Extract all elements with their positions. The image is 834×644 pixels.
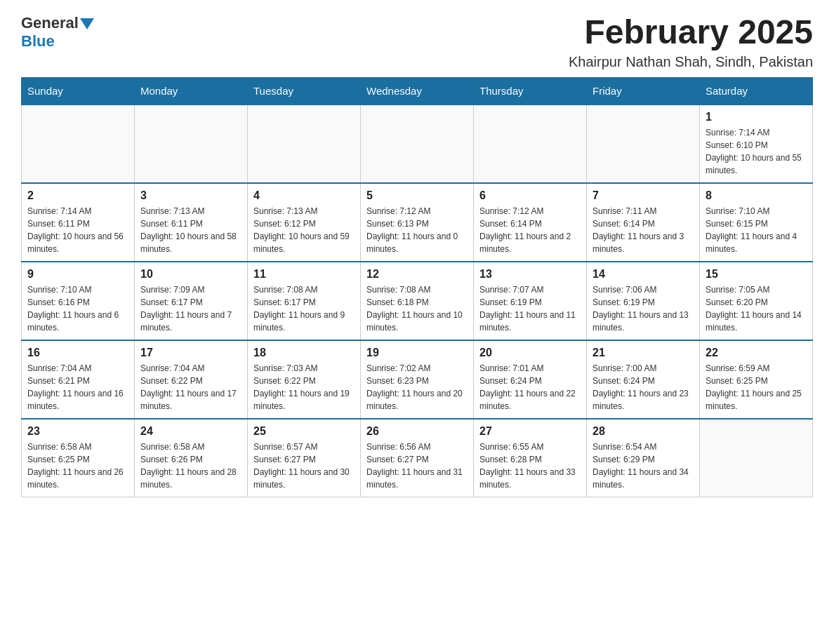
day-number: 17 bbox=[140, 347, 241, 359]
day-info: Sunrise: 6:55 AMSunset: 6:28 PMDaylight:… bbox=[479, 441, 581, 491]
calendar-cell: 18 Sunrise: 7:03 AMSunset: 6:22 PMDaylig… bbox=[248, 340, 361, 419]
calendar-cell: 6 Sunrise: 7:12 AMSunset: 6:14 PMDayligh… bbox=[474, 183, 587, 262]
calendar-cell: 25 Sunrise: 6:57 AMSunset: 6:27 PMDaylig… bbox=[248, 419, 361, 497]
calendar-cell bbox=[248, 105, 361, 183]
day-number: 4 bbox=[253, 189, 355, 202]
calendar-cell bbox=[135, 105, 248, 183]
weekday-header-thursday: Thursday bbox=[474, 77, 587, 105]
weekday-header-row: SundayMondayTuesdayWednesdayThursdayFrid… bbox=[22, 77, 813, 105]
day-info: Sunrise: 6:59 AMSunset: 6:25 PMDaylight:… bbox=[706, 362, 807, 412]
calendar-cell: 13 Sunrise: 7:07 AMSunset: 6:19 PMDaylig… bbox=[474, 262, 587, 340]
day-info: Sunrise: 7:14 AMSunset: 6:11 PMDaylight:… bbox=[27, 205, 128, 255]
day-info: Sunrise: 7:05 AMSunset: 6:20 PMDaylight:… bbox=[706, 283, 807, 334]
calendar-cell bbox=[361, 105, 474, 183]
day-info: Sunrise: 6:54 AMSunset: 6:29 PMDaylight:… bbox=[593, 441, 694, 491]
day-info: Sunrise: 7:01 AMSunset: 6:24 PMDaylight:… bbox=[479, 362, 581, 412]
calendar-week-row: 9 Sunrise: 7:10 AMSunset: 6:16 PMDayligh… bbox=[22, 262, 813, 340]
month-title: February 2025 bbox=[569, 14, 813, 51]
day-number: 10 bbox=[140, 268, 241, 281]
weekday-header-saturday: Saturday bbox=[700, 77, 813, 105]
calendar-cell bbox=[474, 105, 587, 183]
calendar-week-row: 23 Sunrise: 6:58 AMSunset: 6:25 PMDaylig… bbox=[22, 419, 813, 497]
day-number: 26 bbox=[366, 425, 468, 438]
day-number: 22 bbox=[706, 347, 807, 359]
day-info: Sunrise: 7:00 AMSunset: 6:24 PMDaylight:… bbox=[593, 362, 694, 412]
calendar-cell bbox=[700, 419, 813, 497]
day-number: 24 bbox=[140, 425, 241, 438]
day-number: 7 bbox=[593, 189, 694, 202]
day-number: 1 bbox=[706, 111, 807, 123]
calendar-cell bbox=[587, 105, 700, 183]
day-info: Sunrise: 7:09 AMSunset: 6:17 PMDaylight:… bbox=[140, 283, 241, 334]
day-info: Sunrise: 7:04 AMSunset: 6:22 PMDaylight:… bbox=[140, 362, 241, 412]
day-number: 9 bbox=[27, 268, 128, 281]
day-number: 28 bbox=[593, 425, 694, 438]
day-info: Sunrise: 7:13 AMSunset: 6:12 PMDaylight:… bbox=[253, 205, 355, 255]
weekday-header-monday: Monday bbox=[135, 77, 248, 105]
weekday-header-sunday: Sunday bbox=[22, 77, 135, 105]
day-info: Sunrise: 6:57 AMSunset: 6:27 PMDaylight:… bbox=[253, 441, 355, 491]
day-info: Sunrise: 7:14 AMSunset: 6:10 PMDaylight:… bbox=[706, 126, 807, 177]
weekday-header-friday: Friday bbox=[587, 77, 700, 105]
day-number: 19 bbox=[366, 347, 468, 359]
day-info: Sunrise: 7:11 AMSunset: 6:14 PMDaylight:… bbox=[593, 205, 694, 255]
day-number: 14 bbox=[593, 268, 694, 281]
calendar-cell: 28 Sunrise: 6:54 AMSunset: 6:29 PMDaylig… bbox=[587, 419, 700, 497]
day-info: Sunrise: 7:10 AMSunset: 6:15 PMDaylight:… bbox=[706, 205, 807, 255]
day-number: 13 bbox=[479, 268, 581, 281]
calendar-week-row: 2 Sunrise: 7:14 AMSunset: 6:11 PMDayligh… bbox=[22, 183, 813, 262]
day-info: Sunrise: 7:13 AMSunset: 6:11 PMDaylight:… bbox=[140, 205, 241, 255]
day-number: 12 bbox=[366, 268, 468, 281]
calendar-header: SundayMondayTuesdayWednesdayThursdayFrid… bbox=[22, 77, 813, 105]
logo-general-text: General bbox=[21, 14, 79, 32]
day-info: Sunrise: 7:06 AMSunset: 6:19 PMDaylight:… bbox=[593, 283, 694, 334]
logo-blue-text: Blue bbox=[21, 32, 55, 51]
logo-triangle-icon bbox=[80, 18, 94, 29]
calendar-cell: 22 Sunrise: 6:59 AMSunset: 6:25 PMDaylig… bbox=[700, 340, 813, 419]
day-info: Sunrise: 7:12 AMSunset: 6:14 PMDaylight:… bbox=[479, 205, 581, 255]
calendar-table: SundayMondayTuesdayWednesdayThursdayFrid… bbox=[21, 77, 813, 497]
calendar-cell: 27 Sunrise: 6:55 AMSunset: 6:28 PMDaylig… bbox=[474, 419, 587, 497]
day-number: 16 bbox=[27, 347, 128, 359]
calendar-cell: 19 Sunrise: 7:02 AMSunset: 6:23 PMDaylig… bbox=[361, 340, 474, 419]
day-number: 25 bbox=[253, 425, 355, 438]
day-info: Sunrise: 6:56 AMSunset: 6:27 PMDaylight:… bbox=[366, 441, 468, 491]
day-info: Sunrise: 7:03 AMSunset: 6:22 PMDaylight:… bbox=[253, 362, 355, 412]
calendar-cell: 21 Sunrise: 7:00 AMSunset: 6:24 PMDaylig… bbox=[587, 340, 700, 419]
calendar-cell: 24 Sunrise: 6:58 AMSunset: 6:26 PMDaylig… bbox=[135, 419, 248, 497]
calendar-body: 1 Sunrise: 7:14 AMSunset: 6:10 PMDayligh… bbox=[22, 105, 813, 497]
day-number: 23 bbox=[27, 425, 128, 438]
weekday-header-tuesday: Tuesday bbox=[248, 77, 361, 105]
calendar-cell: 11 Sunrise: 7:08 AMSunset: 6:17 PMDaylig… bbox=[248, 262, 361, 340]
day-info: Sunrise: 7:07 AMSunset: 6:19 PMDaylight:… bbox=[479, 283, 581, 334]
day-number: 2 bbox=[27, 189, 128, 202]
calendar-week-row: 1 Sunrise: 7:14 AMSunset: 6:10 PMDayligh… bbox=[22, 105, 813, 183]
day-number: 18 bbox=[253, 347, 355, 359]
day-info: Sunrise: 7:08 AMSunset: 6:17 PMDaylight:… bbox=[253, 283, 355, 334]
calendar-cell: 10 Sunrise: 7:09 AMSunset: 6:17 PMDaylig… bbox=[135, 262, 248, 340]
calendar-cell: 17 Sunrise: 7:04 AMSunset: 6:22 PMDaylig… bbox=[135, 340, 248, 419]
calendar-cell: 8 Sunrise: 7:10 AMSunset: 6:15 PMDayligh… bbox=[700, 183, 813, 262]
calendar-cell: 23 Sunrise: 6:58 AMSunset: 6:25 PMDaylig… bbox=[22, 419, 135, 497]
calendar-cell: 1 Sunrise: 7:14 AMSunset: 6:10 PMDayligh… bbox=[700, 105, 813, 183]
day-info: Sunrise: 7:08 AMSunset: 6:18 PMDaylight:… bbox=[366, 283, 468, 334]
calendar-cell: 26 Sunrise: 6:56 AMSunset: 6:27 PMDaylig… bbox=[361, 419, 474, 497]
day-info: Sunrise: 7:02 AMSunset: 6:23 PMDaylight:… bbox=[366, 362, 468, 412]
calendar-cell: 14 Sunrise: 7:06 AMSunset: 6:19 PMDaylig… bbox=[587, 262, 700, 340]
calendar-cell: 15 Sunrise: 7:05 AMSunset: 6:20 PMDaylig… bbox=[700, 262, 813, 340]
page-header: General Blue February 2025 Khairpur Nath… bbox=[21, 14, 813, 70]
day-number: 6 bbox=[479, 189, 581, 202]
day-number: 15 bbox=[706, 268, 807, 281]
day-info: Sunrise: 7:04 AMSunset: 6:21 PMDaylight:… bbox=[27, 362, 128, 412]
calendar-cell: 9 Sunrise: 7:10 AMSunset: 6:16 PMDayligh… bbox=[22, 262, 135, 340]
day-info: Sunrise: 6:58 AMSunset: 6:25 PMDaylight:… bbox=[27, 441, 128, 491]
calendar-cell: 4 Sunrise: 7:13 AMSunset: 6:12 PMDayligh… bbox=[248, 183, 361, 262]
day-info: Sunrise: 7:10 AMSunset: 6:16 PMDaylight:… bbox=[27, 283, 128, 334]
calendar-cell: 16 Sunrise: 7:04 AMSunset: 6:21 PMDaylig… bbox=[22, 340, 135, 419]
day-info: Sunrise: 7:12 AMSunset: 6:13 PMDaylight:… bbox=[366, 205, 468, 255]
calendar-cell: 12 Sunrise: 7:08 AMSunset: 6:18 PMDaylig… bbox=[361, 262, 474, 340]
day-number: 20 bbox=[479, 347, 581, 359]
title-section: February 2025 Khairpur Nathan Shah, Sind… bbox=[569, 14, 813, 70]
calendar-week-row: 16 Sunrise: 7:04 AMSunset: 6:21 PMDaylig… bbox=[22, 340, 813, 419]
calendar-cell: 20 Sunrise: 7:01 AMSunset: 6:24 PMDaylig… bbox=[474, 340, 587, 419]
